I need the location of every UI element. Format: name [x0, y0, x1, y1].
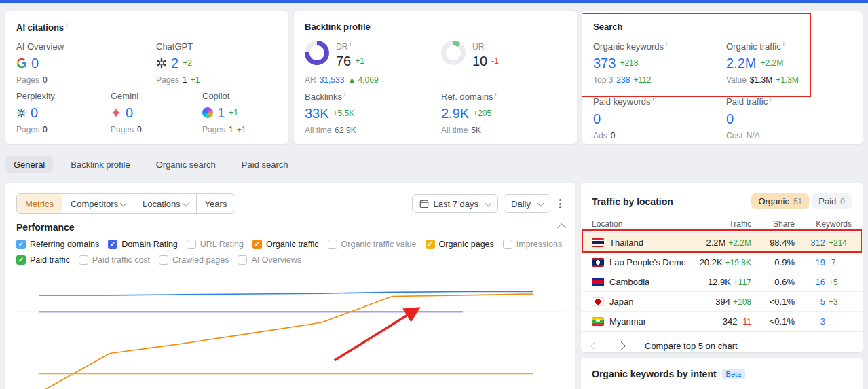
paid-toggle-pill[interactable]: Paid 0: [812, 193, 852, 209]
perplexity-count[interactable]: 0: [31, 105, 38, 121]
performance-line-chart: [16, 270, 565, 389]
keywords-count[interactable]: 16: [808, 277, 825, 287]
organic-keywords-count[interactable]: 373: [593, 55, 616, 71]
tab-backlink-profile[interactable]: Backlink profile: [62, 156, 138, 173]
laos-flag-icon: [592, 258, 604, 267]
more-options-kebab-icon[interactable]: [556, 195, 565, 212]
location-name: Japan: [609, 297, 633, 307]
locations-filter-button[interactable]: Locations: [134, 194, 196, 213]
stat-paid-traffic: Paid traffici 0 Cost N/A: [726, 96, 852, 140]
column-traffic: Traffic: [685, 219, 751, 229]
copilot-icon: [202, 107, 213, 118]
delta-badge: +214: [829, 238, 852, 248]
collapse-chevron-icon[interactable]: [557, 223, 566, 232]
card-title-text: AI citations: [16, 22, 64, 33]
table-row-japan[interactable]: Japan 394+108 <0.1% 5+3: [581, 292, 863, 312]
organic-toggle-pill[interactable]: Organic 51: [751, 193, 809, 209]
ahrefs-rank-line: AR 31,533 ▲ 4,069: [305, 75, 441, 85]
tab-paid-search[interactable]: Paid search: [233, 156, 297, 173]
delta-badge: -11: [740, 317, 751, 327]
info-icon: i: [666, 41, 667, 48]
compare-top5-link[interactable]: Compare top 5 on chart: [645, 341, 738, 351]
previous-page-chevron-icon[interactable]: [590, 341, 599, 350]
stat-label: Perplexity: [16, 91, 111, 101]
table-header: Location Traffic Share Keywords: [581, 216, 863, 233]
years-label: Years: [205, 199, 227, 209]
delta-badge: +19.8K: [725, 258, 751, 267]
paid-traffic-count[interactable]: 0: [726, 111, 734, 127]
metric-toggle-ai-overviews[interactable]: AI Overviews: [238, 255, 301, 265]
chatgpt-count[interactable]: 2: [171, 55, 178, 71]
organic-traffic-count[interactable]: 2.2M: [726, 55, 756, 71]
delta-badge: +112: [633, 75, 651, 85]
table-row-myanmar[interactable]: Myanmar 342-11 <0.1% 3: [581, 312, 863, 331]
stat-copilot: Copilot 1 +1 Pages 1 +1: [202, 91, 246, 134]
metric-toggle-paid-traffic-cost[interactable]: Paid traffic cost: [79, 255, 150, 265]
thailand-flag-icon: [592, 238, 604, 247]
stat-label: Ref. domainsi: [441, 91, 497, 102]
metric-label: URL Rating: [200, 240, 244, 249]
table-footer: Compare top 5 on chart: [581, 331, 863, 351]
stat-label: Organic keywordsi: [593, 41, 726, 52]
metric-toggle-organic-traffic-value[interactable]: Organic traffic value: [328, 240, 417, 249]
keywords-count[interactable]: 312: [808, 238, 825, 248]
checkbox-icon: [16, 240, 26, 249]
delta-badge: +2.2M: [760, 58, 783, 68]
column-keywords: Keywords: [795, 219, 852, 229]
metric-toggle-crawled-pages[interactable]: Crawled pages: [159, 255, 229, 265]
copilot-count[interactable]: 1: [217, 105, 225, 121]
keywords-count[interactable]: 5: [808, 297, 825, 307]
stat-organic-traffic: Organic traffici 2.2M +2.2M Value $1.3M …: [726, 41, 852, 85]
tab-organic-search[interactable]: Organic search: [148, 156, 224, 173]
section-tabs: General Backlink profile Organic search …: [5, 156, 863, 173]
main-content-row: Metrics Competitors Locations Years Last…: [5, 183, 863, 389]
metric-toggle-organic-pages[interactable]: Organic pages: [426, 240, 494, 249]
dr-label: DRi: [336, 41, 364, 52]
intent-card-header: Organic keywords by intent Beta: [592, 369, 852, 379]
stat-ai-overview: AI Overview 0 Pages 0: [16, 41, 156, 85]
metrics-filter-button[interactable]: Metrics: [17, 194, 62, 213]
metric-toggle-domain-rating[interactable]: Domain Rating: [108, 240, 178, 249]
metric-label: Impressions: [516, 240, 562, 249]
backlinks-count[interactable]: 33K: [305, 105, 329, 122]
traffic-value: 20.2K: [700, 257, 723, 267]
ai-overview-count[interactable]: 0: [31, 55, 39, 71]
metric-toggle-organic-traffic[interactable]: Organic traffic: [252, 240, 319, 249]
competitors-filter-button[interactable]: Competitors: [62, 194, 134, 213]
cambodia-flag-icon: [592, 278, 604, 286]
ref-domains-count[interactable]: 2.9K: [441, 105, 469, 122]
dr-block: DRi 76 +1 AR 31,533 ▲ 4,069: [305, 41, 441, 85]
next-page-chevron-icon[interactable]: [617, 341, 626, 350]
date-range-button[interactable]: Last 7 days: [412, 194, 499, 213]
metric-toggle-paid-traffic[interactable]: Paid traffic: [16, 255, 70, 265]
alltime-value: 62.9K: [335, 126, 356, 135]
location-name: Myanmar: [609, 316, 646, 327]
checkbox-icon: [79, 255, 88, 265]
ahrefs-rank-value[interactable]: 31,533: [320, 75, 345, 85]
delta-badge: +1.3M: [776, 75, 799, 85]
granularity-button[interactable]: Daily: [504, 194, 550, 213]
table-row-laos[interactable]: Lao People's Democratic Reput 20.2K+19.8…: [581, 253, 863, 272]
ads-label: Ads: [593, 131, 607, 141]
metric-toggle-url-rating[interactable]: URL Rating: [187, 240, 244, 249]
gemini-count[interactable]: 0: [126, 105, 133, 121]
alltime-value: 5K: [471, 126, 481, 135]
table-row-cambodia[interactable]: Cambodia 12.9K+117 0.6% 16+5: [581, 272, 863, 292]
alltime-label: All time: [305, 126, 331, 135]
keywords-count[interactable]: 3: [808, 316, 825, 327]
table-row-thailand[interactable]: Thailand 2.2M+2.2M 98.4% 312+214: [581, 233, 863, 253]
keywords-by-intent-card: Organic keywords by intent Beta: [581, 358, 863, 389]
keywords-count[interactable]: 19: [808, 257, 825, 267]
metric-toggle-impressions[interactable]: Impressions: [503, 240, 562, 249]
paid-keywords-count[interactable]: 0: [593, 111, 601, 127]
beta-badge: Beta: [722, 369, 746, 379]
tab-general[interactable]: General: [5, 156, 53, 173]
checkbox-icon: [238, 255, 247, 265]
info-icon: i: [66, 22, 68, 29]
top3-count[interactable]: 238: [616, 75, 630, 85]
metric-toggle-referring-domains[interactable]: Referring domains: [16, 240, 99, 249]
delta-badge: -7: [829, 258, 852, 267]
pages-label: Pages: [16, 125, 39, 134]
years-filter-button[interactable]: Years: [196, 194, 235, 213]
info-icon: i: [344, 91, 345, 98]
